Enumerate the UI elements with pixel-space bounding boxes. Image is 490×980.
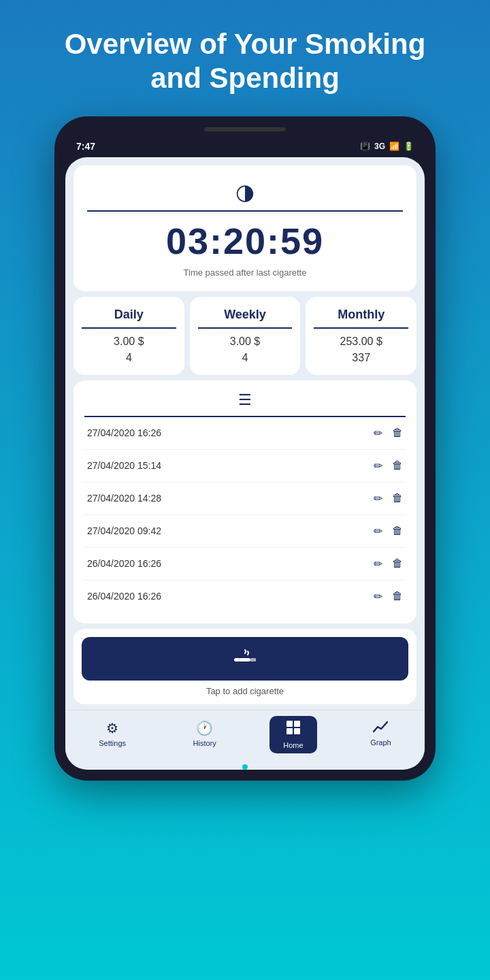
history-list-icon: ☰	[84, 391, 406, 409]
history-date-3: 27/04/2020 09:42	[87, 525, 161, 536]
stat-weekly: Weekly 3.00 $ 4	[190, 297, 301, 375]
edit-icon-5[interactable]: ✏	[374, 590, 382, 603]
svg-rect-6	[294, 728, 300, 734]
history-actions-5: ✏ 🗑	[374, 590, 403, 603]
svg-rect-3	[287, 721, 293, 727]
network-label: 3G	[374, 142, 385, 151]
history-date-4: 26/04/2020 16:26	[87, 558, 161, 569]
settings-icon: ⚙	[106, 720, 118, 736]
phone-notch	[204, 127, 286, 131]
svg-rect-5	[287, 728, 293, 734]
svg-rect-1	[250, 658, 256, 662]
battery-icon: 🔋	[404, 142, 414, 151]
status-time: 7:47	[76, 141, 95, 152]
delete-icon-5[interactable]: 🗑	[392, 590, 403, 602]
edit-icon-3[interactable]: ✏	[374, 525, 382, 538]
history-actions-3: ✏ 🗑	[374, 525, 403, 538]
edit-icon-2[interactable]: ✏	[374, 492, 382, 505]
timer-card: ◑ 03:20:59 Time passed after last cigare…	[74, 165, 416, 291]
history-item-1: 27/04/2020 15:14 ✏ 🗑	[84, 450, 406, 483]
nav-history[interactable]: 🕐 History	[180, 716, 230, 753]
phone-screen: ◑ 03:20:59 Time passed after last cigare…	[65, 157, 425, 770]
timer-divider	[87, 210, 403, 212]
clock-icon: ◑	[87, 179, 403, 205]
history-actions-0: ✏ 🗑	[374, 427, 403, 440]
delete-icon-4[interactable]: 🗑	[392, 557, 403, 570]
timer-label: Time passed after last cigarette	[87, 267, 403, 278]
stat-daily-count: 4	[82, 352, 176, 364]
signal-icon: 📶	[389, 142, 399, 151]
history-item-0: 27/04/2020 16:26 ✏ 🗑	[84, 417, 406, 450]
history-actions-1: ✏ 🗑	[374, 459, 403, 472]
nav-settings-label: Settings	[99, 739, 126, 747]
stat-monthly-count: 337	[314, 352, 408, 364]
stat-monthly-title: Monthly	[314, 308, 408, 329]
stat-monthly-amount: 253.00 $	[314, 336, 408, 348]
history-icon: 🕐	[196, 720, 213, 736]
stat-monthly: Monthly 253.00 $ 337	[306, 297, 416, 375]
history-item-2: 27/04/2020 14:28 ✏ 🗑	[84, 483, 406, 515]
nav-graph-label: Graph	[370, 738, 391, 747]
bottom-nav: ⚙ Settings 🕐 History Home	[65, 710, 425, 760]
page-header: Overview of Your Smoking and Spending	[0, 0, 490, 116]
status-bar: 7:47 📳 3G 📶 🔋	[65, 138, 425, 157]
history-item-4: 26/04/2020 16:26 ✏ 🗑	[84, 548, 406, 581]
delete-icon-3[interactable]: 🗑	[392, 525, 403, 537]
svg-rect-4	[294, 721, 300, 727]
timer-display: 03:20:59	[87, 220, 403, 262]
edit-icon-4[interactable]: ✏	[374, 557, 382, 570]
history-date-0: 27/04/2020 16:26	[87, 427, 161, 438]
edit-icon-0[interactable]: ✏	[374, 427, 382, 440]
add-cigarette-button[interactable]	[82, 637, 408, 681]
graph-icon	[373, 720, 388, 736]
home-icon	[286, 720, 301, 738]
stat-weekly-count: 4	[198, 352, 293, 364]
edit-icon-1[interactable]: ✏	[374, 459, 382, 472]
stat-weekly-amount: 3.00 $	[198, 336, 293, 348]
delete-icon-2[interactable]: 🗑	[392, 492, 403, 504]
history-date-1: 27/04/2020 15:14	[87, 460, 161, 471]
nav-settings[interactable]: ⚙ Settings	[85, 716, 140, 753]
stat-daily: Daily 3.00 $ 4	[74, 297, 184, 375]
nav-home[interactable]: Home	[270, 716, 316, 753]
stat-daily-amount: 3.00 $	[82, 336, 176, 348]
history-actions-4: ✏ 🗑	[374, 557, 403, 570]
history-actions-2: ✏ 🗑	[374, 492, 403, 505]
phone-frame: 7:47 📳 3G 📶 🔋 ◑ 03:20:59 Time passed aft…	[54, 116, 436, 781]
history-item-5: 26/04/2020 16:26 ✏ 🗑	[84, 581, 406, 612]
delete-icon-0[interactable]: 🗑	[392, 427, 403, 439]
nav-history-label: History	[193, 739, 216, 747]
history-item-3: 27/04/2020 09:42 ✏ 🗑	[84, 515, 406, 548]
add-button-container: Tap to add cigarette	[74, 629, 416, 704]
svg-rect-0	[234, 658, 250, 662]
status-icons: 📳 3G 📶 🔋	[360, 142, 414, 151]
stats-row: Daily 3.00 $ 4 Weekly 3.00 $ 4 Monthly 2…	[74, 297, 416, 375]
add-label: Tap to add cigarette	[82, 686, 408, 696]
nav-graph[interactable]: Graph	[357, 716, 405, 753]
home-indicator	[242, 764, 248, 770]
delete-icon-1[interactable]: 🗑	[392, 459, 403, 472]
stat-weekly-title: Weekly	[198, 308, 293, 329]
stat-daily-title: Daily	[82, 308, 176, 329]
history-date-5: 26/04/2020 16:26	[87, 591, 161, 602]
history-date-2: 27/04/2020 14:28	[87, 493, 161, 504]
vibrate-icon: 📳	[360, 142, 370, 151]
nav-home-label: Home	[283, 741, 303, 749]
history-card: ☰ 27/04/2020 16:26 ✏ 🗑 27/04/2020 15:14 …	[74, 380, 416, 623]
